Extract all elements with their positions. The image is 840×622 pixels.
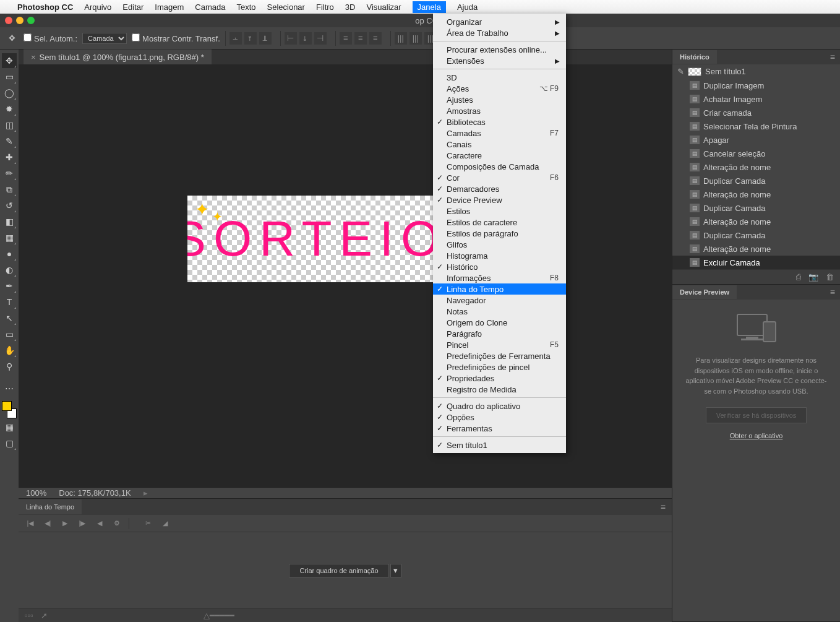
timeline-tab[interactable]: Linha do Tempo [19, 499, 82, 514]
menu-item[interactable]: Predefinições de pincel [433, 361, 566, 373]
check-devices-button[interactable]: Verificar se há dispositivos [706, 407, 807, 423]
snapshot-icon[interactable]: 📷 [808, 272, 818, 282]
menu-item[interactable]: Organizar▶ [433, 16, 566, 27]
menu-item[interactable]: Ajustes [433, 94, 566, 105]
menu-item[interactable]: ✓Linha do Tempo [433, 283, 566, 295]
lasso-tool[interactable]: ◯ [2, 85, 17, 100]
timeline-render-icon[interactable]: ➚ [41, 611, 48, 620]
history-brush-tool[interactable]: ↺ [2, 198, 17, 213]
menu-item[interactable]: ✓Device Preview [433, 194, 566, 205]
history-row[interactable]: ▤Achatar Imagem [672, 92, 840, 106]
panel-menu-icon[interactable]: ≡ [654, 502, 672, 512]
history-row[interactable]: ▤Criar camada [672, 106, 840, 119]
history-row[interactable]: ▤Duplicar Camada [672, 174, 840, 188]
close-tab-icon[interactable]: × [31, 53, 36, 62]
menu-item[interactable]: Estilos de caractere [433, 217, 566, 228]
shape-tool[interactable]: ▭ [2, 327, 17, 342]
menu-imagem[interactable]: Imagem [155, 2, 184, 12]
get-app-link[interactable]: Obter o aplicativo [730, 432, 783, 439]
timeline-loop-icon[interactable]: ▫▫▫ [25, 611, 33, 620]
status-arrow-icon[interactable]: ▸ [144, 488, 148, 498]
menu-arquivo[interactable]: Arquivo [84, 2, 111, 12]
menu-item[interactable]: Composições de Camada [433, 161, 566, 172]
marquee-tool[interactable]: ▭ [2, 69, 17, 84]
trash-icon[interactable]: 🗑 [826, 272, 834, 282]
document-tab[interactable]: ×Sem título1 @ 100% (figura11.png, RGB/8… [24, 50, 212, 64]
menu-item[interactable]: ✓Opções [433, 412, 566, 423]
menu-item[interactable]: Parágrafo [433, 328, 566, 339]
history-row[interactable]: ▤Cancelar seleção [672, 147, 840, 160]
transition-icon[interactable]: ◢ [160, 518, 171, 529]
gradient-tool[interactable]: ▦ [2, 230, 17, 245]
path-select-tool[interactable]: ↖ [2, 311, 17, 326]
align-left-icon[interactable]: ⊢ [285, 32, 297, 45]
hand-tool[interactable]: ✋ [2, 343, 17, 358]
zoom-level[interactable]: 100% [26, 488, 46, 498]
align-hcenter-icon[interactable]: ⫰ [299, 32, 312, 45]
history-source[interactable]: ✎ Sem título1 [672, 64, 840, 79]
auto-select-checkbox[interactable]: Sel. Autom.: [24, 33, 77, 43]
quick-select-tool[interactable]: ✸ [2, 102, 17, 116]
menu-item[interactable]: Extensões▶ [433, 55, 566, 66]
history-row[interactable]: ▤Alteração de nome [672, 242, 840, 256]
history-row[interactable]: ▤Duplicar Camada [672, 228, 840, 242]
menu-item[interactable]: ✓Ferramentas [433, 423, 566, 434]
menu-item[interactable]: ✓Bibliotecas [433, 116, 566, 127]
menu-filtro[interactable]: Filtro [316, 2, 334, 12]
dist-1-icon[interactable]: ≡ [340, 32, 352, 45]
brush-tool[interactable]: ✏ [2, 166, 17, 181]
device-preview-tab[interactable]: Device Preview [672, 285, 737, 299]
color-swatches[interactable] [2, 401, 17, 418]
menu-item[interactable]: ✓CorF6 [433, 172, 566, 183]
menu-item[interactable]: Glifos [433, 239, 566, 250]
menu-texto[interactable]: Texto [236, 2, 255, 12]
pen-tool[interactable]: ✒ [2, 279, 17, 293]
crop-tool[interactable]: ◫ [2, 118, 17, 132]
new-doc-icon[interactable]: ⎙ [796, 272, 801, 282]
quick-mask-icon[interactable]: ▦ [2, 420, 17, 434]
dist-5-icon[interactable]: ||| [409, 32, 422, 45]
menu-item[interactable]: Registro de Medida [433, 384, 566, 395]
menu-item[interactable]: Procurar extensões online... [433, 44, 566, 55]
menu-item[interactable]: Estilos de parágrafo [433, 228, 566, 239]
align-right-icon[interactable]: ⊣ [314, 32, 327, 45]
menu-item[interactable]: Caractere [433, 150, 566, 161]
history-row[interactable]: ▤Alteração de nome [672, 215, 840, 228]
history-row[interactable]: ▤Excluir Camada [672, 256, 840, 269]
document[interactable]: ✦ ✦ SORTEIO! [187, 196, 453, 282]
maximize-window-button[interactable] [27, 17, 35, 24]
first-frame-icon[interactable]: |◀ [25, 518, 36, 529]
healing-tool[interactable]: ✚ [2, 150, 17, 165]
menu-editar[interactable]: Editar [122, 2, 144, 12]
dist-2-icon[interactable]: ≡ [354, 32, 367, 45]
menu-item[interactable]: InformaçõesF8 [433, 272, 566, 283]
history-row[interactable]: ▤Duplicar Imagem [672, 79, 840, 92]
auto-select-dropdown[interactable]: Camada [82, 33, 127, 44]
foreground-color[interactable] [2, 401, 12, 411]
menu-item[interactable]: ✓Propriedades [433, 373, 566, 384]
menu-item[interactable]: PincelF5 [433, 339, 566, 350]
history-tab[interactable]: Histórico [672, 50, 717, 64]
type-tool[interactable]: T [2, 295, 17, 309]
menu-visualizar[interactable]: Visualizar [366, 2, 401, 12]
menu-janela[interactable]: Janela [413, 1, 446, 13]
history-row[interactable]: ▤Duplicar Camada [672, 201, 840, 215]
menu-item[interactable]: Histograma [433, 250, 566, 261]
zoom-tool[interactable]: ⚲ [2, 359, 17, 374]
move-tool[interactable]: ✥ [2, 53, 17, 68]
dodge-tool[interactable]: ◐ [2, 262, 17, 277]
align-vcenter-icon[interactable]: ⫯ [244, 32, 257, 45]
canvas[interactable]: ✦ ✦ SORTEIO! [19, 64, 672, 487]
edit-toolbar[interactable]: ⋯ [2, 381, 17, 396]
menu-item[interactable]: Predefinições de Ferramenta [433, 350, 566, 361]
menu-item[interactable]: ✓Quadro do aplicativo [433, 400, 566, 412]
menu-ajuda[interactable]: Ajuda [457, 2, 478, 12]
menu-item[interactable]: Estilos [433, 205, 566, 217]
align-top-icon[interactable]: ⫠ [229, 32, 242, 45]
show-transform-checkbox[interactable]: Mostrar Contr. Transf. [132, 33, 220, 43]
settings-icon[interactable]: ⚙ [111, 518, 122, 529]
dist-4-icon[interactable]: ||| [395, 32, 407, 45]
prev-frame-icon[interactable]: ◀| [42, 518, 53, 529]
menu-item[interactable]: Navegador [433, 295, 566, 306]
history-row[interactable]: ▤Selecionar Tela de Pintura [672, 119, 840, 133]
